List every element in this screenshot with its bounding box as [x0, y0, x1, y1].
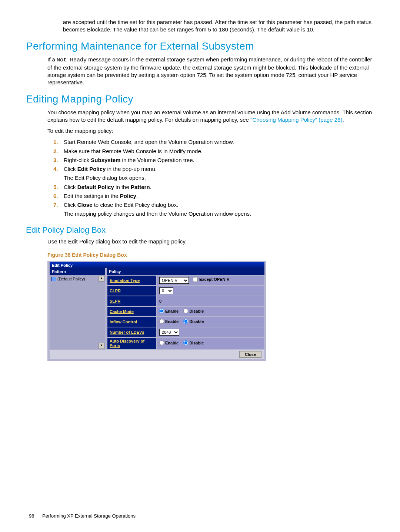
step-1: Start Remote Web Console, and open the V…: [53, 138, 374, 146]
except-openv-label: Except OPEN-V: [199, 277, 229, 282]
link-choosing-mapping-policy[interactable]: "Choosing Mapping Policy" (page 26): [250, 117, 342, 123]
code-not-ready: Not Ready: [57, 57, 87, 63]
policy-table: Emulation Type OPEN-V Except OPEN-V: [107, 275, 264, 350]
text: in the Volume Operation tree.: [120, 157, 194, 163]
cache-disable-radio[interactable]: [183, 309, 188, 313]
row-emulation-label: Emulation Type: [107, 275, 157, 286]
ldevs-select[interactable]: 2048: [159, 329, 179, 336]
mapping-paragraph: You choose mapping policy when you map a…: [47, 109, 374, 124]
page-footer: 98 Performing XP External Storage Operat…: [29, 513, 136, 519]
enable-label: Enable: [165, 309, 179, 313]
policy-icon: [51, 277, 56, 281]
except-openv-checkbox[interactable]: [193, 277, 198, 282]
clpr-select[interactable]: 0: [159, 287, 173, 294]
scroll-down-icon[interactable]: ▼: [99, 343, 104, 349]
dialog-titlebar: Edit Policy: [50, 262, 264, 268]
steps-list: Start Remote Web Console, and open the V…: [53, 138, 374, 218]
step-7-sub: The mapping policy changes and then the …: [64, 210, 374, 218]
step-5: Click Default Policy in the Pattern.: [53, 183, 374, 191]
text: .: [342, 117, 344, 123]
pattern-header: Pattern: [50, 268, 105, 275]
emulation-select[interactable]: OPEN-V: [159, 277, 189, 284]
text: to close the Edit Policy dialog box.: [93, 202, 179, 208]
bold: Default Policy: [77, 184, 114, 190]
step-4-sub: The Edit Policy dialog box opens.: [64, 174, 374, 182]
text: If a: [47, 56, 57, 63]
heading-maintenance: Performing Maintenance for External Subs…: [26, 40, 374, 52]
bold: Pattern: [131, 184, 150, 190]
row-slpr-label: SLPR: [107, 296, 157, 306]
text: in the pop-up menu.: [106, 166, 157, 172]
edit-policy-paragraph: Use the Edit Policy dialog box to edit t…: [47, 238, 374, 245]
bold: Edit Policy: [77, 166, 106, 172]
text: Click: [64, 166, 77, 172]
slpr-value: 0: [157, 296, 264, 306]
text: Click: [64, 184, 77, 190]
step-3: Right-click Subsystem in the Volume Oper…: [53, 156, 374, 164]
inflow-disable-radio[interactable]: [183, 319, 188, 324]
text: Click: [64, 202, 77, 208]
enable-label: Enable: [165, 319, 179, 324]
pattern-item-default[interactable]: (Default Policy): [51, 276, 104, 281]
step-4: Click Edit Policy in the pop-up menu. Th…: [53, 165, 374, 182]
step-6: Edit the settings in the Policy.: [53, 192, 374, 200]
text: Right-click: [64, 157, 91, 163]
text: message occurs in the external storage s…: [47, 56, 372, 86]
scroll-up-icon[interactable]: ▲: [99, 276, 104, 282]
figure-caption: Figure 38 Edit Policy Dialog Box: [47, 252, 374, 258]
cache-enable-radio[interactable]: [159, 309, 164, 313]
close-button[interactable]: Close: [239, 351, 261, 358]
bold: Subsystem: [91, 157, 120, 163]
chapter-title: Performing XP External Storage Operation…: [42, 513, 136, 519]
step-2: Make sure that Remote Web Console is in …: [53, 148, 374, 155]
pattern-list[interactable]: (Default Policy) ▲ ▼: [50, 275, 105, 350]
autod-enable-radio[interactable]: [159, 340, 164, 345]
row-ldevs-label: Number of LDEVs: [107, 327, 157, 337]
text: in the: [114, 184, 131, 190]
policy-header: Policy: [107, 268, 264, 275]
heading-editing-mapping: Editing Mapping Policy: [26, 93, 374, 105]
mapping-intro: To edit the mapping policy:: [47, 127, 374, 135]
bold: Close: [77, 202, 93, 208]
disable-label: Disable: [189, 319, 204, 324]
row-cache-label: Cache Mode: [107, 306, 157, 317]
bold: Policy: [120, 193, 136, 199]
inflow-enable-radio[interactable]: [159, 319, 164, 324]
step-7: Click Close to close the Edit Policy dia…: [53, 201, 374, 218]
autod-disable-radio[interactable]: [183, 340, 188, 345]
maintenance-paragraph: If a Not Ready message occurs in the ext…: [47, 56, 374, 87]
page-number: 98: [29, 513, 34, 519]
text: .: [150, 184, 151, 190]
row-clpr-label: CLPR: [107, 286, 157, 296]
heading-edit-policy-dialog: Edit Policy Dialog Box: [26, 225, 374, 235]
pattern-item-label: (Default Policy): [57, 277, 85, 281]
text: .: [136, 193, 138, 199]
edit-policy-dialog: Edit Policy Pattern (Default Policy) ▲ ▼…: [47, 261, 266, 361]
disable-label: Disable: [189, 341, 204, 345]
row-inflow-label: Inflow Control: [107, 317, 157, 327]
continuation-paragraph: are accepted until the time set for this…: [63, 18, 374, 34]
text: Edit the settings in the: [64, 193, 120, 199]
disable-label: Disable: [189, 309, 204, 313]
enable-label: Enable: [165, 341, 179, 345]
row-autod-label: Auto Discovery of Ports: [107, 337, 157, 349]
